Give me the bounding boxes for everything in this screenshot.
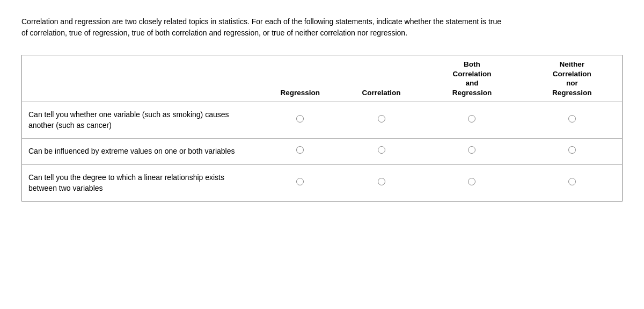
- row-2-neither-cell: [522, 139, 622, 165]
- radio-row1-regression[interactable]: [296, 115, 304, 123]
- header-correlation: Correlation: [341, 55, 422, 102]
- table-row: Can be influenced by extreme values on o…: [22, 139, 622, 165]
- row-1-both-cell: [422, 102, 522, 139]
- radio-row1-both[interactable]: [468, 115, 475, 123]
- header-neither: NeitherCorrelationnorRegression: [522, 55, 622, 102]
- row-1-correlation-cell: [341, 102, 422, 139]
- radio-row1-neither[interactable]: [568, 115, 576, 123]
- radio-row2-both[interactable]: [468, 146, 475, 154]
- radio-row3-neither[interactable]: [568, 178, 576, 185]
- table-row: Can tell you whether one variable (such …: [22, 102, 622, 139]
- row-3-both-cell: [422, 164, 522, 201]
- radio-row3-regression[interactable]: [296, 178, 304, 185]
- radio-row2-correlation[interactable]: [378, 146, 385, 154]
- row-2-statement: Can be influenced by extreme values on o…: [22, 139, 260, 165]
- radio-row2-neither[interactable]: [568, 146, 576, 154]
- table-row: Can tell you the degree to which a linea…: [22, 164, 622, 201]
- row-2-correlation-cell: [341, 139, 422, 165]
- intro-paragraph: Correlation and regression are two close…: [21, 16, 504, 39]
- row-2-both-cell: [422, 139, 522, 165]
- radio-row2-regression[interactable]: [296, 146, 304, 154]
- radio-row3-correlation[interactable]: [378, 178, 385, 185]
- header-both: BothCorrelationandRegression: [422, 55, 522, 102]
- row-3-statement: Can tell you the degree to which a linea…: [22, 164, 260, 201]
- row-3-neither-cell: [522, 164, 622, 201]
- row-1-regression-cell: [260, 102, 341, 139]
- row-3-correlation-cell: [341, 164, 422, 201]
- header-regression: Regression: [260, 55, 341, 102]
- row-1-neither-cell: [522, 102, 622, 139]
- radio-row3-both[interactable]: [468, 178, 475, 185]
- row-2-regression-cell: [260, 139, 341, 165]
- header-statement: [22, 55, 260, 102]
- row-3-regression-cell: [260, 164, 341, 201]
- row-1-statement: Can tell you whether one variable (such …: [22, 102, 260, 139]
- radio-row1-correlation[interactable]: [378, 115, 385, 123]
- question-table: Regression Correlation BothCorrelationan…: [21, 55, 623, 202]
